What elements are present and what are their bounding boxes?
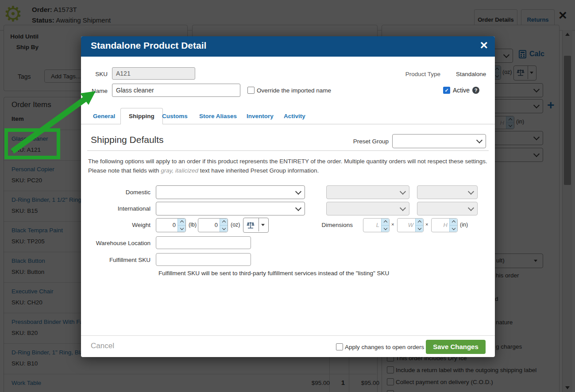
weight-lb-stepper[interactable]: 0 (156, 218, 186, 232)
chevron-down-icon (476, 137, 482, 143)
preset-group-select[interactable] (392, 134, 486, 148)
fulfillment-sku-note: Fulfillment SKU will be sent to third-pa… (158, 270, 389, 277)
modal-title: Standalone Product Detail (91, 40, 206, 51)
sku-label: SKU (81, 71, 108, 77)
save-changes-button[interactable]: Save Changes (426, 340, 486, 354)
override-name-label: Override the imported name (257, 87, 331, 94)
chevron-down-icon (468, 188, 474, 194)
help-icon[interactable]: ? (472, 87, 479, 94)
tab-store-aliases[interactable]: Store Aliases (199, 113, 237, 119)
warehouse-location-input[interactable] (156, 236, 251, 249)
modal-tabs: General Shipping Customs Store Aliases I… (81, 108, 495, 124)
chevron-down-icon (468, 204, 474, 211)
modal-footer: Cancel Apply changes to open orders Save… (81, 335, 495, 357)
stepper-up[interactable] (382, 219, 389, 225)
app-window: ⚙ Order: A1573T Status: Awaiting Shipmen… (0, 0, 575, 392)
stepper-up[interactable] (450, 219, 457, 225)
chevron-down-icon (400, 204, 406, 211)
chevron-down-icon (295, 204, 301, 211)
scale-icon (246, 221, 255, 229)
name-label: Name (81, 88, 108, 94)
chevron-down-icon (295, 188, 301, 194)
active-checkbox[interactable]: ✓ (443, 87, 450, 94)
dimension-h-stepper[interactable]: H (431, 218, 458, 232)
modal-close-icon[interactable]: × (480, 38, 488, 53)
stepper-down[interactable] (416, 225, 423, 232)
dimension-w-stepper[interactable]: W (397, 218, 424, 232)
international-label: International (81, 205, 151, 212)
stepper-down[interactable] (382, 225, 389, 232)
preset-group-label: Preset Group (329, 138, 389, 145)
weight-unit-button[interactable] (243, 218, 269, 233)
tab-customs[interactable]: Customs (162, 113, 188, 119)
oz-unit-label: (oz) (231, 222, 240, 228)
dimension-times: × (391, 222, 394, 227)
weight-oz-stepper[interactable]: 0 (198, 218, 228, 232)
fulfillment-sku-input[interactable] (156, 253, 251, 266)
override-name-checkbox[interactable] (247, 87, 255, 94)
chevron-down-icon (400, 188, 406, 194)
dimension-times: × (425, 222, 428, 227)
warehouse-location-label: Warehouse Location (81, 240, 151, 246)
stepper-up[interactable] (178, 219, 185, 225)
standalone-product-detail-modal: Standalone Product Detail × SKU A121 Pro… (81, 36, 495, 357)
stepper-down[interactable] (178, 225, 185, 232)
stepper-up[interactable] (220, 219, 228, 225)
active-label: Active (453, 87, 470, 94)
domestic-label: Domestic (81, 189, 151, 196)
name-input[interactable]: Glass cleaner (112, 84, 240, 97)
sku-input[interactable]: A121 (112, 67, 195, 80)
product-type-label: Product Type (382, 71, 440, 77)
dimensions-label: Dimensions (285, 222, 353, 228)
stepper-up[interactable] (416, 219, 423, 225)
chevron-down-icon (261, 224, 265, 226)
fulfillment-sku-label: Fulfillment SKU (81, 257, 151, 263)
tab-activity[interactable]: Activity (284, 113, 305, 119)
domestic-package-select (326, 185, 409, 199)
weight-label: Weight (81, 222, 151, 228)
tab-inventory[interactable]: Inventory (247, 113, 274, 119)
domestic-confirmation-select (417, 185, 478, 199)
tab-shipping[interactable]: Shipping (120, 108, 163, 124)
domestic-service-select[interactable] (156, 185, 305, 199)
international-service-select[interactable] (156, 202, 305, 215)
international-confirmation-select (417, 202, 478, 215)
product-type-value: Standalone (456, 71, 486, 77)
apply-open-orders-label: Apply changes to open orders (345, 344, 424, 350)
tab-general[interactable]: General (93, 113, 115, 119)
stepper-down[interactable] (220, 225, 228, 232)
modal-header: Standalone Product Detail × (81, 36, 495, 57)
dimension-l-stepper[interactable]: L (363, 218, 390, 232)
cancel-button[interactable]: Cancel (91, 342, 114, 350)
stepper-down[interactable] (450, 225, 457, 232)
section-divider (87, 150, 489, 151)
in-unit-label: (in) (460, 222, 468, 228)
apply-open-orders-checkbox[interactable] (336, 343, 343, 350)
shipping-note: The following options will apply to an o… (88, 157, 489, 175)
shipping-defaults-heading: Shipping Defaults (91, 135, 164, 145)
lb-unit-label: (lb) (189, 222, 197, 228)
international-package-select (326, 202, 409, 215)
